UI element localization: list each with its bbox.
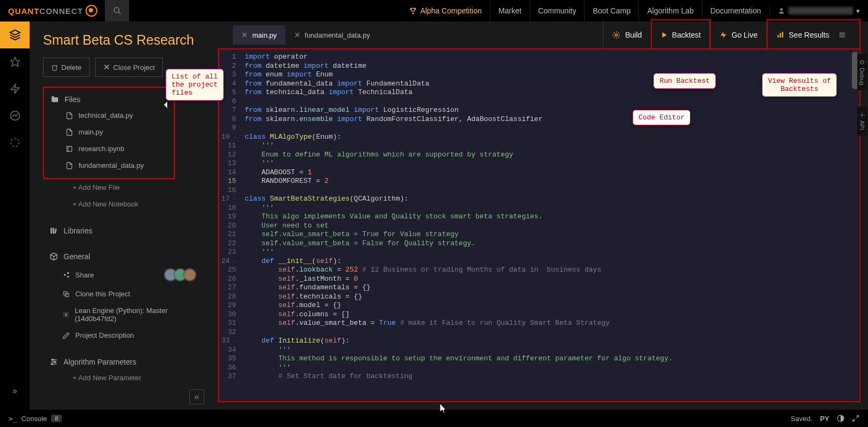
svg-line-1: [118, 12, 120, 14]
file-main[interactable]: main.py: [44, 124, 174, 140]
hamburger-icon[interactable]: [834, 26, 851, 44]
libraries-header[interactable]: Libraries: [43, 223, 202, 238]
project-title: Smart Beta CS Research: [43, 32, 212, 48]
rail-target[interactable]: [0, 129, 30, 156]
tab-fundamental-data-py[interactable]: ✕ fundamental_data.py: [286, 25, 379, 45]
status-bar: >_Console 8 Saved. PY: [0, 410, 868, 427]
chevron-left-icon: «: [195, 392, 200, 402]
callout-code-editor: Code Editor: [632, 110, 691, 125]
trophy-icon: [409, 7, 417, 15]
go-live-button[interactable]: Go Live: [710, 19, 766, 51]
close-project-button[interactable]: ✕ Close Project: [95, 58, 163, 77]
svg-line-39: [856, 416, 858, 418]
file-technical-data[interactable]: technical_data.py: [44, 107, 174, 124]
alpha-competition-link[interactable]: Alpha Competition: [401, 6, 489, 15]
notebook-icon: [66, 145, 73, 153]
debug-tab[interactable]: Debug: [857, 54, 867, 90]
file-fundamental-data[interactable]: fundamental_data.py: [44, 157, 174, 174]
nav-market[interactable]: Market: [490, 0, 530, 22]
lean-engine-item[interactable]: Lean Engine (Python): Master (14d0b47fd2…: [43, 302, 202, 327]
folder-icon: [51, 95, 59, 104]
edit-icon: [62, 332, 70, 339]
api-tab[interactable]: API: [857, 106, 867, 136]
bug-icon: [859, 59, 865, 66]
see-results-button[interactable]: See Results: [766, 19, 860, 51]
svg-marker-5: [11, 84, 19, 94]
code-editor[interactable]: import operator from datetime import dat…: [240, 49, 859, 401]
clone-project-item[interactable]: Clone this Project: [43, 286, 202, 302]
callout-run-backtest: Run Backtest: [653, 73, 716, 89]
algorithm-parameters-header[interactable]: Algorithm Parameters: [43, 354, 202, 369]
sidebar-collapse-button[interactable]: «: [189, 389, 204, 404]
username-blurred: [788, 7, 853, 15]
console-toggle[interactable]: >_Console 8: [9, 415, 62, 423]
rail-expand[interactable]: »: [0, 378, 30, 404]
project-description-item[interactable]: Project Description: [43, 327, 202, 344]
svg-point-33: [860, 61, 864, 64]
gear-icon: [62, 311, 69, 318]
delete-button[interactable]: Delete: [43, 58, 90, 77]
svg-point-17: [65, 314, 67, 315]
bar-chart-icon: [776, 31, 785, 39]
rail-chart[interactable]: [0, 102, 30, 129]
svg-rect-10: [53, 228, 54, 234]
logo-text: QUANTCONNECT: [8, 6, 83, 16]
star-icon: [10, 56, 20, 67]
api-icon: [859, 112, 865, 118]
line-number-gutter: 1234567891011121314151617181920212223242…: [219, 49, 240, 401]
files-header[interactable]: Files: [44, 92, 174, 107]
nav-algorithm-lab[interactable]: Algorithm Lab: [638, 0, 701, 22]
close-icon[interactable]: ✕: [241, 31, 248, 39]
nav-documentation[interactable]: Documentation: [702, 0, 769, 22]
svg-marker-4: [10, 58, 19, 67]
rail-bolt[interactable]: [0, 75, 30, 102]
collaborator-avatars: [167, 268, 196, 281]
saved-status: Saved.: [791, 415, 812, 423]
top-nav-bar: QUANTCONNECT Alpha Competition Market Co…: [0, 0, 868, 22]
theme-toggle[interactable]: [837, 415, 844, 422]
svg-point-21: [52, 359, 54, 361]
svg-point-0: [114, 8, 119, 12]
backtest-button[interactable]: Backtest: [651, 19, 711, 51]
svg-rect-29: [781, 32, 782, 37]
svg-point-23: [51, 364, 53, 365]
tab-main-py[interactable]: ✕ main.py: [233, 25, 286, 45]
left-icon-rail: »: [0, 22, 30, 410]
rail-layers[interactable]: [0, 22, 30, 48]
avatar: [183, 268, 196, 281]
target-icon: [10, 137, 20, 148]
rail-star[interactable]: [0, 48, 30, 75]
svg-rect-11: [54, 229, 56, 234]
nav-community[interactable]: Community: [530, 0, 585, 22]
gear-icon: [612, 31, 621, 39]
search-button[interactable]: [105, 0, 129, 22]
nav-bootcamp[interactable]: Boot Camp: [584, 0, 638, 22]
build-button[interactable]: Build: [603, 19, 650, 51]
add-new-parameter[interactable]: + Add New Parameter: [43, 369, 202, 386]
user-menu[interactable]: ▾: [769, 7, 868, 15]
file-research-ipynb[interactable]: research.ipynb: [44, 140, 174, 157]
close-icon[interactable]: ✕: [294, 31, 301, 39]
close-icon: ✕: [103, 62, 110, 72]
svg-point-12: [64, 274, 66, 276]
svg-point-22: [54, 361, 56, 363]
layers-icon: [9, 29, 21, 41]
add-new-file[interactable]: + Add New File: [43, 179, 212, 196]
svg-point-14: [67, 276, 69, 278]
bolt-icon: [10, 83, 20, 94]
general-header[interactable]: General: [43, 249, 202, 264]
logo[interactable]: QUANTCONNECT: [0, 5, 105, 17]
share-icon: [62, 271, 70, 279]
fullscreen-toggle[interactable]: [852, 415, 859, 422]
language-indicator[interactable]: PY: [820, 415, 829, 423]
sliders-icon: [49, 358, 58, 366]
svg-marker-3: [10, 30, 19, 35]
svg-point-2: [780, 8, 783, 11]
clone-icon: [62, 290, 70, 298]
svg-point-24: [615, 34, 617, 36]
chart-icon: [10, 110, 20, 121]
search-icon: [113, 6, 122, 15]
files-section-highlighted: Files technical_data.py main.py research…: [43, 87, 175, 179]
add-new-notebook[interactable]: + Add New Notebook: [43, 196, 212, 212]
share-item[interactable]: Share: [43, 264, 202, 286]
